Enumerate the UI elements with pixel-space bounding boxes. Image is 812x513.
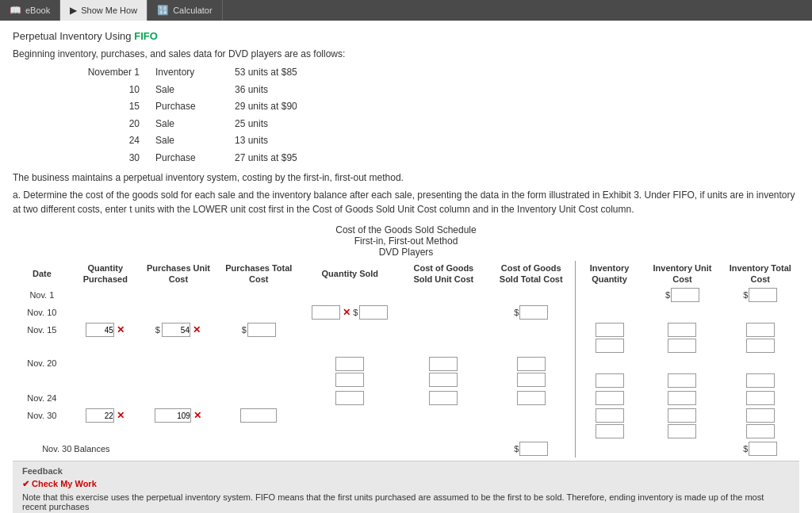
inv-unit-nov24[interactable]	[668, 391, 696, 405]
calculator-icon: 🔢	[157, 5, 169, 16]
inv-total-nov15-1[interactable]	[746, 323, 775, 337]
data-row-4: 20 Sale 25 units	[76, 116, 799, 133]
system-text: The business maintains a perpetual inven…	[13, 172, 799, 183]
ebook-icon: 📖	[10, 5, 21, 16]
th-inv-unit-cost: Inventory Unit Cost	[643, 261, 721, 287]
inv-qty-nov20[interactable]	[596, 373, 624, 388]
data-row-3: 15 Purchase 29 units at $90	[76, 98, 799, 116]
th-qty-sold: Quantity Sold	[301, 261, 400, 287]
feedback-title: Feedback	[22, 466, 790, 476]
qty-purchased-nov30[interactable]	[86, 408, 114, 423]
unit-cost-nov30[interactable]	[155, 408, 191, 423]
qty-sold-nov10[interactable]	[312, 305, 340, 320]
tab-ebook-label: eBook	[25, 6, 50, 15]
qty-sold-nov24[interactable]	[335, 391, 364, 405]
inv-qty-nov30-2[interactable]	[596, 424, 624, 438]
table-row-nov10: Nov. 10 ✕ $ $	[13, 304, 799, 321]
cogs-unit1-nov10[interactable]	[359, 305, 388, 320]
cogs-unit-nov20-2[interactable]	[429, 373, 458, 387]
table-row-nov1: Nov. 1 $ $	[13, 286, 799, 304]
inv-unit-nov30-1[interactable]	[668, 408, 696, 423]
th-qty-purchased: Quantity Purchased	[71, 261, 140, 287]
schedule-subtitle: First-in, First-out Method	[13, 235, 799, 247]
qty-sold-nov20-1[interactable]	[335, 357, 364, 371]
table-row-nov20: Nov. 20	[13, 354, 799, 372]
inv-qty-nov24[interactable]	[596, 391, 624, 405]
inv-qty-nov30-1[interactable]	[596, 408, 624, 423]
th-cogs-total-cost: Cost of Goods Sold Total Cost	[488, 261, 576, 287]
tab-ebook[interactable]: 📖 eBook	[0, 0, 60, 21]
data-row-1: November 1 Inventory 53 units at $85	[76, 64, 799, 82]
inv-total-nov24[interactable]	[746, 391, 775, 405]
unit-cost-nov15[interactable]	[162, 323, 190, 337]
qty-purchased-nov15[interactable]	[86, 323, 114, 337]
th-cogs-unit-cost: Cost of Goods Sold Unit Cost	[400, 261, 488, 287]
feedback-note: Note that this exercise uses the perpetu…	[22, 492, 790, 511]
label-nov30: Nov. 30	[13, 407, 71, 424]
intro-text: Beginning inventory, purchases, and sale…	[13, 48, 799, 59]
tab-calculator[interactable]: 🔢 Calculator	[147, 0, 223, 21]
total-cost-nov30[interactable]	[240, 408, 277, 423]
inv-unit-nov30-2[interactable]	[668, 424, 696, 438]
cogs-unit-nov24[interactable]	[429, 391, 458, 405]
cogs-total-nov10[interactable]	[519, 305, 548, 320]
check-my-work-link[interactable]: ✔ Check My Work	[22, 479, 790, 489]
balance-inv-total[interactable]	[749, 442, 777, 456]
inv-unit-nov15-2[interactable]	[668, 339, 696, 353]
inv-total-nov15-2[interactable]	[746, 339, 775, 353]
th-inv-qty: Inventory Quantity	[575, 261, 643, 287]
th-purchases-total-cost: Purchases Total Cost	[217, 261, 300, 287]
label-nov20: Nov. 20	[13, 354, 71, 372]
balance-cogs-total[interactable]	[519, 442, 548, 456]
data-row-6: 30 Purchase 27 units at $95	[76, 150, 799, 167]
schedule-title: Cost of the Goods Sold Schedule	[13, 224, 799, 235]
inv-unit-nov20[interactable]	[668, 373, 696, 388]
inv-total-nov20[interactable]	[746, 373, 775, 388]
th-purchases-unit-cost: Purchases Unit Cost	[140, 261, 217, 287]
label-balances: Nov. 30 Balances	[13, 440, 140, 457]
qty-sold-nov20-2[interactable]	[335, 373, 364, 387]
cogs-total-nov24[interactable]	[517, 391, 546, 405]
inv-total-nov30-2[interactable]	[746, 424, 775, 438]
data-row-5: 24 Sale 13 units	[76, 132, 799, 150]
inv-total-nov30-1[interactable]	[746, 408, 775, 423]
tab-calculator-label: Calculator	[173, 6, 213, 15]
feedback-section: Feedback ✔ Check My Work Note that this …	[13, 461, 799, 513]
cogs-total-nov20-2[interactable]	[517, 373, 546, 387]
th-inv-total-cost: Inventory Total Cost	[722, 261, 799, 287]
inv-total-cost-nov1[interactable]	[749, 288, 777, 302]
main-content: Perpetual Inventory Using FIFO Beginning…	[0, 21, 812, 513]
data-row-2: 10 Sale 36 units	[76, 82, 799, 99]
total-cost-nov15[interactable]	[247, 323, 276, 337]
question-text: a. Determine the cost of the goods sold …	[13, 188, 799, 216]
label-nov10: Nov. 10	[13, 304, 71, 321]
showmehow-icon: ▶	[70, 5, 77, 16]
tab-showmehow[interactable]: ▶ Show Me How	[60, 0, 147, 21]
table-row-nov15: Nov. 15 ✕ $ ✕ $	[13, 321, 799, 339]
table-row-nov30: Nov. 30 ✕ ✕	[13, 407, 799, 424]
inv-qty-nov15-1[interactable]	[596, 323, 624, 337]
page-title: Perpetual Inventory Using FIFO	[13, 30, 799, 42]
label-nov24: Nov. 24	[13, 389, 71, 407]
data-table: November 1 Inventory 53 units at $85 10 …	[76, 64, 799, 167]
label-nov1: Nov. 1	[13, 286, 71, 304]
tab-showmehow-label: Show Me How	[81, 6, 137, 15]
tab-bar: 📖 eBook ▶ Show Me How 🔢 Calculator	[0, 0, 812, 21]
schedule-header: Cost of the Goods Sold Schedule First-in…	[13, 224, 799, 258]
table-row-balances: Nov. 30 Balances $ $	[13, 440, 799, 457]
fifo-link[interactable]: FIFO	[134, 30, 158, 42]
inv-qty-nov15-2[interactable]	[596, 339, 624, 353]
cogs-unit-nov20-1[interactable]	[429, 357, 458, 371]
inv-unit-nov15-1[interactable]	[668, 323, 696, 337]
inv-unit-cost-nov1[interactable]	[671, 288, 699, 302]
cogs-total-nov20-1[interactable]	[517, 357, 546, 371]
th-date: Date	[13, 261, 71, 287]
table-row-nov24: Nov. 24	[13, 389, 799, 407]
inventory-table: Date Quantity Purchased Purchases Unit C…	[13, 261, 799, 458]
label-nov15: Nov. 15	[13, 321, 71, 339]
schedule-subject: DVD Players	[13, 247, 799, 258]
